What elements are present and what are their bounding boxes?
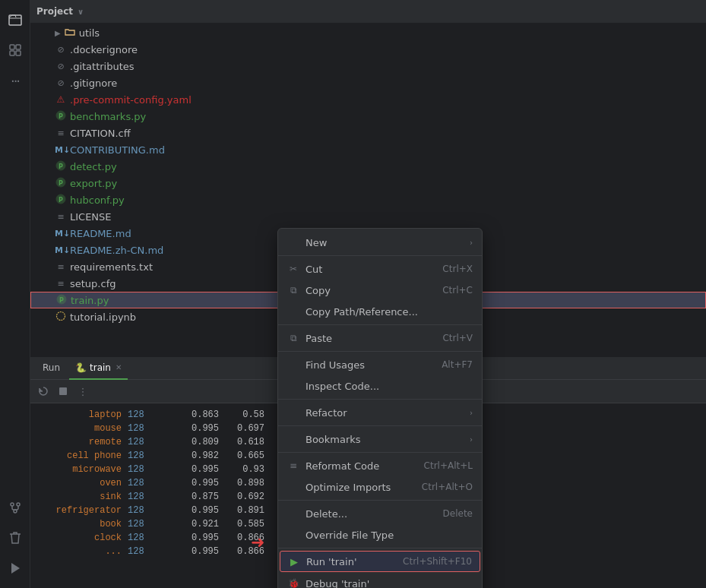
file-name: LICENSE xyxy=(70,211,112,223)
tab-close-button[interactable]: ✕ xyxy=(116,363,122,371)
tab-run[interactable]: Run xyxy=(36,357,66,380)
menu-item-refactor[interactable]: Refactor› xyxy=(278,402,482,423)
menu-submenu-arrow: › xyxy=(470,239,473,247)
rerun-button[interactable] xyxy=(35,383,52,400)
menu-shortcut: Ctrl+V xyxy=(442,333,473,343)
project-title: Project xyxy=(36,6,73,17)
tree-item--gitignore[interactable]: ⊘.gitignore xyxy=(30,74,706,91)
tree-item-utils[interactable]: ▶utils xyxy=(30,24,706,41)
run-num: 128 xyxy=(128,492,158,502)
tree-item-LICENSE[interactable]: ≡LICENSE xyxy=(30,208,706,225)
tree-item--pre-commit-config-yaml[interactable]: ⚠.pre-commit-config.yaml xyxy=(30,91,706,108)
menu-item-run--train-[interactable]: ▶Run 'train'Ctrl+Shift+F10 xyxy=(280,551,480,572)
file-icon: ≡ xyxy=(55,211,67,222)
menu-separator xyxy=(278,452,482,453)
tree-item-detect-py[interactable]: Pdetect.py xyxy=(30,158,706,175)
menu-item-label: Cut xyxy=(306,264,436,275)
run-num: 128 xyxy=(128,450,158,461)
train-icon: 🐍 xyxy=(75,362,87,373)
run-val2: 0.58 xyxy=(219,409,264,420)
file-name: .dockerignore xyxy=(70,44,138,55)
tree-item--dockerignore[interactable]: ⊘.dockerignore xyxy=(30,41,706,58)
run-val2: 0.618 xyxy=(219,437,264,447)
file-icon: ≡ xyxy=(55,278,67,289)
file-icon xyxy=(64,27,76,39)
tree-item--gitattributes[interactable]: ⊘.gitattributes xyxy=(30,58,706,74)
run-val1: 0.995 xyxy=(158,478,219,488)
menu-item-icon: ⧉ xyxy=(287,285,299,296)
menu-shortcut: Delete xyxy=(443,508,473,519)
menu-item-inspect-code---[interactable]: Inspect Code... xyxy=(278,375,482,397)
run-label: book xyxy=(36,519,128,530)
tab-run-label: Run xyxy=(43,362,60,373)
menu-submenu-arrow: › xyxy=(470,409,473,417)
file-icon: ≡ xyxy=(55,128,67,138)
svg-point-5 xyxy=(11,503,14,506)
menu-separator xyxy=(278,548,482,548)
file-name: tutorial.ipynb xyxy=(70,311,136,323)
run-val1: 0.995 xyxy=(158,423,219,434)
more-button[interactable]: ⋮ xyxy=(74,383,91,400)
run-val2: 0.585 xyxy=(219,519,264,530)
file-icon: M↓ xyxy=(55,245,67,255)
menu-item-debug--train-[interactable]: 🐞Debug 'train' xyxy=(278,573,482,588)
menu-item-bookmarks[interactable]: Bookmarks› xyxy=(278,428,482,450)
menu-item-override-file-type[interactable]: Override File Type xyxy=(278,524,482,545)
file-icon: P xyxy=(55,294,68,307)
run-label: clock xyxy=(36,533,128,543)
run-num: 128 xyxy=(128,464,158,475)
menu-item-cut[interactable]: ✂CutCtrl+X xyxy=(278,258,482,280)
menu-item-label: Find Usages xyxy=(306,359,435,371)
svg-text:P: P xyxy=(59,297,64,304)
context-menu[interactable]: New›✂CutCtrl+X⧉CopyCtrl+CCopy Path/Refer… xyxy=(277,228,483,588)
run-num: 128 xyxy=(128,437,158,447)
file-name: .gitignore xyxy=(70,77,117,89)
menu-item-copy[interactable]: ⧉CopyCtrl+C xyxy=(278,280,482,301)
svg-text:P: P xyxy=(59,163,63,170)
stop-button[interactable] xyxy=(55,383,71,400)
sidebar-icon-run[interactable] xyxy=(2,555,29,582)
svg-rect-2 xyxy=(16,45,21,49)
menu-item-find-usages[interactable]: Find UsagesAlt+F7 xyxy=(278,354,482,375)
svg-point-6 xyxy=(17,503,20,506)
sidebar-icon-trash[interactable] xyxy=(2,524,29,552)
run-val2: 0.93 xyxy=(219,464,264,475)
tree-item-export-py[interactable]: Pexport.py xyxy=(30,175,706,191)
tree-item-benchmarks-py[interactable]: Pbenchmarks.py xyxy=(30,108,706,125)
tab-train[interactable]: 🐍 train ✕ xyxy=(69,357,128,380)
menu-item-label: Run 'train' xyxy=(306,556,397,567)
svg-text:P: P xyxy=(59,197,63,204)
menu-item-new[interactable]: New› xyxy=(278,232,482,253)
file-name: .gitattributes xyxy=(70,61,135,72)
menu-item-label: Refactor xyxy=(306,407,464,419)
menu-shortcut: Ctrl+X xyxy=(442,264,473,274)
run-num: 128 xyxy=(128,546,158,557)
sidebar-icon-structure[interactable] xyxy=(2,36,29,64)
tree-item-CONTRIBUTING-md[interactable]: M↓CONTRIBUTING.md xyxy=(30,141,706,158)
file-icon: P xyxy=(55,160,67,173)
menu-item-optimize-imports[interactable]: Optimize ImportsCtrl+Alt+O xyxy=(278,476,482,498)
run-label: microwave xyxy=(36,464,128,475)
menu-separator xyxy=(278,399,482,400)
menu-item-delete---[interactable]: Delete...Delete xyxy=(278,503,482,524)
menu-item-paste[interactable]: ⧉PasteCtrl+V xyxy=(278,327,482,349)
svg-rect-1 xyxy=(10,45,14,49)
tree-item-hubconf-py[interactable]: Phubconf.py xyxy=(30,191,706,208)
sidebar-icon-more[interactable]: ··· xyxy=(2,67,29,94)
sidebar-icon-project[interactable] xyxy=(2,6,29,33)
project-header[interactable]: Project ∨ xyxy=(30,0,706,23)
file-name: CITATION.cff xyxy=(70,128,131,139)
run-val1: 0.863 xyxy=(158,409,219,420)
file-icon xyxy=(55,311,67,324)
run-val1: 0.921 xyxy=(158,519,219,530)
run-val1: 0.809 xyxy=(158,437,219,447)
menu-item-reformat-code[interactable]: ≡Reformat CodeCtrl+Alt+L xyxy=(278,455,482,476)
file-name: benchmarks.py xyxy=(70,111,146,122)
run-label: oven xyxy=(36,478,128,488)
menu-item-copy-path-reference---[interactable]: Copy Path/Reference... xyxy=(278,301,482,322)
sidebar-icon-git[interactable] xyxy=(2,494,29,521)
run-val2: 0.866 xyxy=(219,533,264,543)
file-icon: ⊘ xyxy=(55,77,67,88)
run-val2: 0.866 xyxy=(219,546,264,557)
tree-item-CITATION-cff[interactable]: ≡CITATION.cff xyxy=(30,125,706,141)
